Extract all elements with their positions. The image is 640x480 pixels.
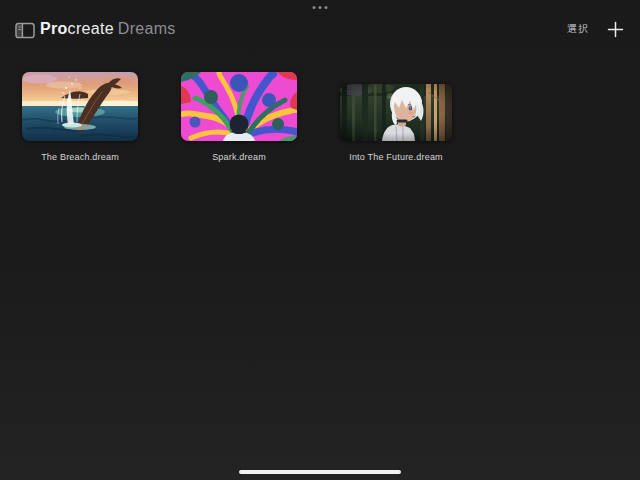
home-indicator[interactable] <box>239 470 401 474</box>
project-gallery: The Breach.dream <box>22 72 452 162</box>
project-name: Into The Future.dream <box>349 152 443 162</box>
sidebar-icon <box>15 27 35 42</box>
project-name: Spark.dream <box>212 152 266 162</box>
add-project-button[interactable] <box>605 19 626 40</box>
title-pro: Pro <box>40 20 68 37</box>
sidebar-toggle-button[interactable] <box>14 21 36 41</box>
project-thumbnail[interactable] <box>340 84 452 141</box>
page-title: ProcreateDreams <box>40 20 176 38</box>
select-button[interactable]: 選択 <box>567 22 589 36</box>
breach-artwork <box>22 72 138 141</box>
project-card-the-breach[interactable]: The Breach.dream <box>22 72 138 162</box>
title-dreams: Dreams <box>118 20 176 37</box>
project-thumbnail[interactable] <box>22 72 138 141</box>
header-bar: ProcreateDreams 選択 <box>0 0 640 58</box>
plus-icon <box>607 26 624 41</box>
title-create: create <box>68 20 114 37</box>
project-card-into-the-future[interactable]: Into The Future.dream <box>340 72 452 162</box>
future-artwork <box>340 84 452 141</box>
project-name: The Breach.dream <box>41 152 119 162</box>
spark-artwork <box>181 72 297 141</box>
project-card-spark[interactable]: Spark.dream <box>181 72 297 162</box>
header-actions: 選択 <box>567 0 626 58</box>
project-thumbnail[interactable] <box>181 72 297 141</box>
